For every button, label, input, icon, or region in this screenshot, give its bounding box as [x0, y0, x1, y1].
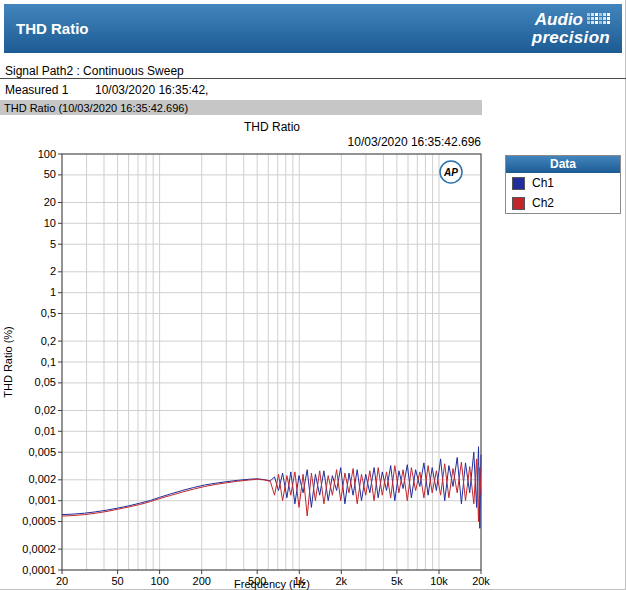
svg-text:200: 200	[193, 575, 211, 587]
svg-text:5k: 5k	[391, 575, 403, 587]
svg-text:2: 2	[50, 265, 56, 277]
svg-text:0,1: 0,1	[41, 356, 56, 368]
window-title: THD Ratio	[16, 20, 89, 37]
measurement-section-bar: THD Ratio (10/03/2020 16:35:42.696)	[0, 100, 482, 115]
audio-precision-logo: Audio precision	[532, 11, 610, 47]
svg-text:100: 100	[150, 575, 168, 587]
svg-text:0,2: 0,2	[41, 335, 56, 347]
svg-text:0,001: 0,001	[28, 494, 56, 506]
svg-text:0,0005: 0,0005	[22, 515, 56, 527]
signal-path-label: Signal Path2 : Continuous Sweep	[5, 64, 184, 78]
svg-text:0,0001: 0,0001	[22, 564, 56, 576]
legend-header: Data	[506, 156, 620, 173]
chart-title: THD Ratio	[244, 120, 300, 134]
x-axis-title: Frequency (Hz)	[234, 578, 310, 590]
svg-text:20k: 20k	[472, 575, 490, 587]
svg-text:5: 5	[50, 238, 56, 250]
measured-row: Measured 1 10/03/2020 16:35:42,	[0, 81, 626, 98]
svg-text:20: 20	[56, 575, 68, 587]
ch2-color-swatch	[512, 197, 525, 210]
logo-text-precision: precision	[532, 29, 610, 47]
svg-text:AP: AP	[443, 167, 458, 178]
legend-item-ch1[interactable]: Ch1	[506, 173, 620, 193]
svg-text:0,002: 0,002	[28, 473, 56, 485]
ch2-label: Ch2	[532, 196, 554, 210]
svg-text:10: 10	[44, 217, 56, 229]
legend-panel: Data Ch1 Ch2	[505, 155, 621, 214]
svg-text:0,02: 0,02	[35, 404, 56, 416]
svg-text:0,01: 0,01	[35, 425, 56, 437]
ch1-color-swatch	[512, 177, 525, 190]
svg-text:2k: 2k	[335, 575, 347, 587]
svg-text:0,0002: 0,0002	[22, 543, 56, 555]
title-bar: THD Ratio Audio precision	[4, 4, 622, 53]
measured-timestamp: 10/03/2020 16:35:42,	[95, 83, 208, 97]
svg-text:0,5: 0,5	[41, 307, 56, 319]
thd-ratio-chart[interactable]: 20501002005001k2k5k10k20k1005020105210,5…	[0, 118, 492, 590]
series-Ch1	[62, 447, 481, 529]
series-Ch2	[62, 459, 481, 522]
logo-pixel-matrix-icon	[587, 13, 610, 24]
signal-path-row: Signal Path2 : Continuous Sweep	[0, 62, 626, 79]
ch1-label: Ch1	[532, 176, 554, 190]
legend-item-ch2[interactable]: Ch2	[506, 193, 620, 213]
y-axis-title: THD Ratio (%)	[2, 326, 14, 398]
svg-text:0,05: 0,05	[35, 376, 56, 388]
logo-text-audio: Audio	[535, 11, 583, 29]
svg-text:20: 20	[44, 196, 56, 208]
svg-text:1: 1	[50, 286, 56, 298]
svg-text:0,005: 0,005	[28, 446, 56, 458]
svg-text:50: 50	[111, 575, 123, 587]
svg-text:10k: 10k	[430, 575, 448, 587]
svg-text:50: 50	[44, 168, 56, 180]
section-title: THD Ratio (10/03/2020 16:35:42.696)	[4, 102, 188, 114]
measured-label: Measured 1	[5, 83, 68, 97]
svg-text:100: 100	[38, 148, 56, 160]
chart-timestamp: 10/03/2020 16:35:42.696	[348, 135, 482, 149]
